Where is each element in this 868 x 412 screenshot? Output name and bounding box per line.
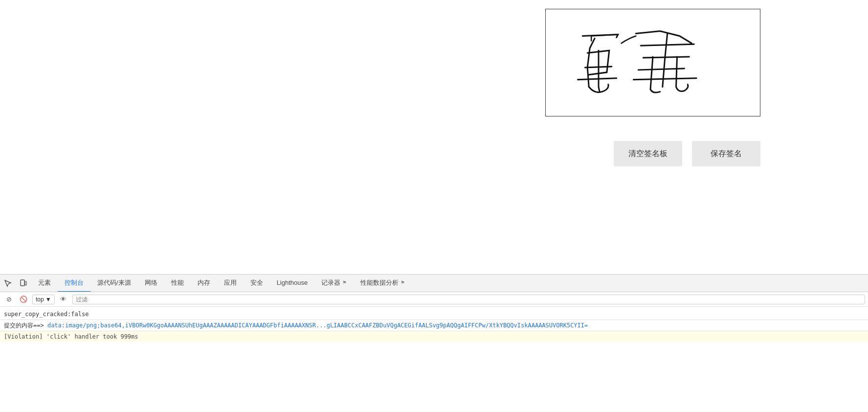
signature-canvas[interactable] xyxy=(545,9,760,116)
clear-signature-button[interactable]: 清空签名板 xyxy=(614,141,682,166)
console-block-icon[interactable]: 🚫 xyxy=(18,294,29,305)
console-data-link[interactable]: data:image/png;base64,iVBORw0KGgoAAAANSU… xyxy=(47,321,588,330)
tab-security[interactable]: 安全 xyxy=(244,275,270,292)
devtools-panel: 元素 控制台 源代码/来源 网络 性能 内存 应用 安全 Lighthouse … xyxy=(0,274,868,412)
svg-point-2 xyxy=(22,285,23,285)
tab-sources[interactable]: 源代码/来源 xyxy=(90,275,138,292)
console-prefix-2: 提交的内容==> xyxy=(4,321,47,330)
tab-performance[interactable]: 性能 xyxy=(164,275,191,292)
console-line-2: 提交的内容==> data:image/png;base64,iVBORw0KG… xyxy=(0,320,868,331)
devtools-device-icon[interactable] xyxy=(16,275,31,292)
tab-console[interactable]: 控制台 xyxy=(58,275,90,292)
console-violation-text: [Violation] 'click' handler took 999ms xyxy=(4,332,138,341)
top-frame-selector[interactable]: top ▼ xyxy=(32,295,55,304)
svg-rect-0 xyxy=(21,280,24,286)
console-eye-icon[interactable]: 👁 xyxy=(58,294,69,305)
tab-network[interactable]: 网络 xyxy=(138,275,164,292)
selector-dropdown-icon: ▼ xyxy=(45,296,51,303)
console-text-1: super_copy_cracked:false xyxy=(4,310,89,319)
devtools-inspect-icon[interactable] xyxy=(0,275,16,292)
recorder-expand-icon: ⚑ xyxy=(342,280,347,285)
perf-insights-expand-icon: ⚑ xyxy=(401,280,405,285)
svg-rect-1 xyxy=(25,281,26,285)
console-filter-input[interactable] xyxy=(72,295,865,304)
console-clear-button[interactable]: ⊘ xyxy=(3,294,15,305)
main-content: 清空签名板 保存签名 xyxy=(0,0,868,274)
devtools-tabs-bar: 元素 控制台 源代码/来源 网络 性能 内存 应用 安全 Lighthouse … xyxy=(0,275,868,292)
tab-memory[interactable]: 内存 xyxy=(191,275,217,292)
tab-application[interactable]: 应用 xyxy=(217,275,244,292)
tab-recorder[interactable]: 记录器 ⚑ xyxy=(314,275,354,292)
tab-perf-insights[interactable]: 性能数据分析 ⚑ xyxy=(354,275,412,292)
tab-lighthouse[interactable]: Lighthouse xyxy=(270,275,315,292)
console-line-1: super_copy_cracked:false xyxy=(0,309,868,320)
tab-elements[interactable]: 元素 xyxy=(31,275,58,292)
console-line-3: [Violation] 'click' handler took 999ms xyxy=(0,331,868,342)
console-toolbar: ⊘ 🚫 top ▼ 👁 xyxy=(0,292,868,307)
console-output: super_copy_cracked:false 提交的内容==> data:i… xyxy=(0,307,868,412)
button-row: 清空签名板 保存签名 xyxy=(614,141,760,166)
save-signature-button[interactable]: 保存签名 xyxy=(692,141,760,166)
